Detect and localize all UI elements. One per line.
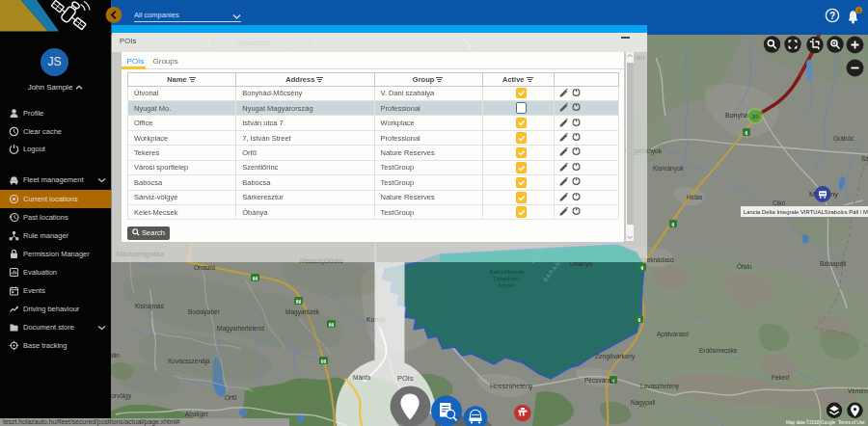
svg-text:Erdősmecske: Erdősmecske (699, 347, 738, 354)
svg-text:66: 66 (253, 276, 258, 281)
svg-text:66: 66 (321, 359, 327, 364)
svg-text:Véménd: Véménd (848, 387, 868, 394)
svg-text:Pécsvárad: Pécsvárad (584, 377, 614, 384)
svg-text:6: 6 (638, 317, 641, 323)
svg-text:körzet: körzet (499, 282, 514, 288)
svg-text:Tájvédelmi: Tájvédelmi (493, 276, 520, 281)
svg-text:Ófalu: Ófalu (737, 262, 752, 270)
svg-text:Kismányok: Kismányok (653, 165, 685, 173)
svg-text:66: 66 (329, 322, 335, 328)
svg-text:Hosszúhetény: Hosszúhetény (490, 383, 533, 390)
svg-text:0: 0 (857, 8, 860, 13)
svg-text:Sz: Sz (861, 155, 868, 162)
svg-text:POIs: POIs (397, 374, 414, 383)
svg-text:Apátvarasd: Apátvarasd (657, 331, 689, 338)
svg-text:Kovácsszénája: Kovácsszénája (168, 358, 210, 365)
svg-text:?: ? (829, 11, 835, 21)
svg-text:Bodolyabér: Bodolyabér (188, 308, 221, 316)
svg-text:Feked: Feked (772, 374, 789, 381)
svg-text:Oroszló: Oroszló (194, 264, 216, 271)
svg-text:Kishajmás: Kishajmás (135, 303, 165, 310)
svg-text:Magyarszék: Magyarszék (285, 308, 320, 316)
svg-text:20: 20 (752, 113, 759, 120)
svg-text:Terms of Use: Terms of Use (838, 420, 865, 425)
svg-text:6: 6 (746, 130, 748, 136)
svg-text:Kelet-Mecsek: Kelet-Mecsek (490, 269, 524, 275)
svg-text:Magyarhertelend: Magyarhertelend (217, 325, 264, 333)
svg-text:korvölgy: korvölgy (108, 392, 132, 400)
svg-text:Mánfa: Mánfa (353, 374, 370, 381)
svg-text:Hidas: Hidas (687, 194, 703, 200)
svg-text:Bátaapáti: Bátaapáti (820, 260, 846, 268)
svg-text:6: 6 (672, 222, 675, 227)
svg-text:Nagypall: Nagypall (631, 399, 656, 407)
svg-text:6: 6 (641, 265, 644, 271)
svg-text:Grábóc: Grábóc (833, 135, 854, 142)
svg-text:Map data ©2018 Google: Map data ©2018 Google (786, 419, 836, 425)
svg-text:66: 66 (296, 299, 302, 305)
svg-text:Zengővárkony: Zengővárkony (595, 353, 636, 360)
svg-text:Orfű: Orfű (225, 394, 237, 401)
svg-text:Lovászhetény: Lovászhetény (640, 383, 680, 390)
